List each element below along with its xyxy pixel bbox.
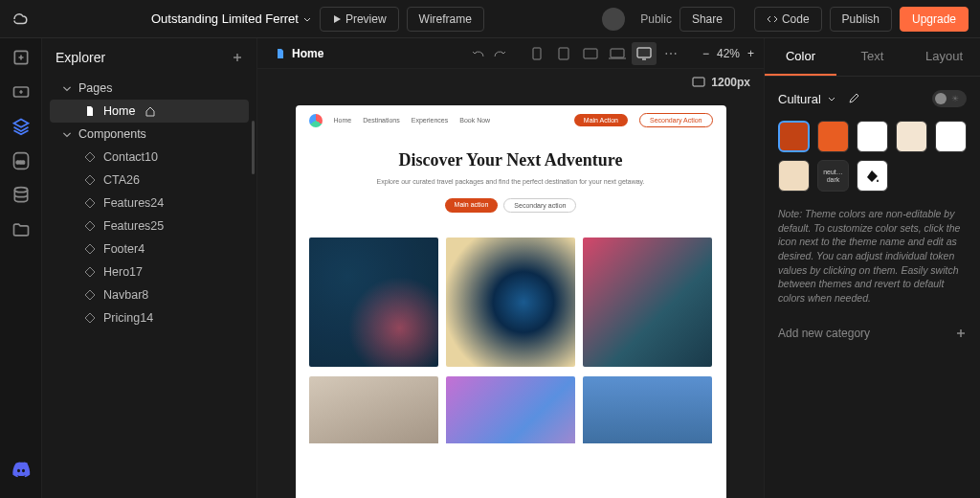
device-tablet-portrait[interactable] — [551, 42, 576, 65]
svg-rect-6 — [584, 49, 597, 58]
upgrade-button[interactable]: Upgrade — [900, 7, 969, 32]
component-item[interactable]: Navbar8 — [42, 283, 256, 306]
css-icon[interactable]: css — [11, 151, 31, 170]
hero-main-btn: Main action — [445, 198, 499, 213]
wireframe-button[interactable]: Wireframe — [407, 7, 484, 32]
pencil-icon[interactable] — [848, 93, 859, 104]
device-laptop[interactable] — [605, 42, 630, 65]
undo-icon[interactable] — [471, 47, 484, 60]
diamond-icon — [84, 266, 96, 278]
project-name-dropdown[interactable]: Outstanding Limited Ferret — [151, 11, 312, 26]
diamond-icon — [84, 312, 96, 324]
svg-rect-4 — [533, 48, 541, 59]
layers-icon[interactable] — [11, 117, 31, 136]
device-desktop[interactable] — [632, 42, 657, 65]
color-swatch[interactable] — [896, 121, 927, 152]
discord-icon[interactable] — [11, 460, 32, 481]
add-section-icon[interactable] — [11, 82, 31, 102]
project-name-label: Outstanding Limited Ferret — [151, 11, 299, 26]
zoom-out[interactable]: − — [702, 47, 709, 60]
device-more[interactable]: ⋯ — [658, 42, 683, 65]
zoom-in[interactable]: + — [747, 47, 754, 60]
tab-text[interactable]: Text — [836, 38, 908, 76]
device-mobile[interactable] — [524, 42, 549, 65]
component-item[interactable]: Pricing14 — [42, 306, 256, 329]
diamond-icon — [84, 220, 96, 232]
svg-rect-9 — [693, 78, 704, 86]
component-label: Navbar8 — [103, 288, 148, 302]
share-button[interactable]: Share — [679, 7, 735, 32]
redo-icon[interactable] — [494, 47, 507, 60]
code-button-label: Code — [782, 12, 810, 26]
color-swatch[interactable] — [857, 121, 888, 152]
component-item[interactable]: Hero17 — [42, 260, 256, 283]
gallery-tile — [446, 376, 575, 443]
theme-selector[interactable]: Cultural — [778, 92, 859, 106]
swatch-label: neut… — [823, 169, 843, 176]
neutral-dark-swatch[interactable]: neut… dark — [817, 160, 849, 192]
tab-color[interactable]: Color — [765, 38, 836, 76]
add-category-button[interactable]: Add new category — [765, 317, 980, 350]
theme-name-label: Cultural — [778, 92, 821, 106]
top-bar: Outstanding Limited Ferret Preview Wiref… — [0, 0, 980, 38]
right-panel: Color Text Layout Cultural ☀ neut… — [764, 38, 980, 498]
scrollbar[interactable] — [252, 121, 255, 174]
component-label: Contact10 — [103, 150, 158, 164]
plus-icon — [955, 328, 967, 339]
preview-nav: Home Destinations Experiences Book Now M… — [296, 105, 726, 135]
component-item[interactable]: CTA26 — [42, 169, 256, 192]
component-item[interactable]: Contact10 — [42, 146, 256, 169]
zoom-value: 42% — [717, 47, 740, 60]
component-item[interactable]: Footer4 — [42, 238, 256, 260]
preview-button[interactable]: Preview — [320, 7, 399, 32]
fill-tool-swatch[interactable] — [857, 160, 888, 192]
avatar[interactable] — [602, 8, 625, 31]
right-tabs: Color Text Layout — [765, 38, 980, 77]
publish-button[interactable]: Publish — [830, 7, 892, 32]
preview-gallery — [296, 228, 726, 367]
pages-group[interactable]: Pages — [42, 77, 256, 100]
svg-rect-7 — [611, 49, 624, 57]
color-swatch[interactable] — [778, 160, 810, 192]
component-item[interactable]: Features24 — [42, 192, 256, 215]
explorer-title: Explorer — [56, 50, 105, 65]
tab-layout[interactable]: Layout — [908, 38, 980, 76]
canvas-tab[interactable]: Home — [267, 43, 331, 64]
dark-mode-dot — [935, 93, 947, 104]
light-dark-toggle[interactable]: ☀ — [932, 90, 967, 107]
component-label: Pricing14 — [103, 311, 153, 325]
diamond-icon — [84, 197, 96, 209]
component-label: Hero17 — [103, 265, 143, 279]
add-icon[interactable] — [232, 52, 243, 63]
component-item[interactable]: Features25 — [42, 215, 256, 238]
code-button[interactable]: Code — [754, 7, 822, 32]
color-swatch[interactable] — [778, 121, 810, 152]
color-swatch[interactable] — [935, 121, 967, 152]
visibility-label: Public — [640, 12, 672, 26]
svg-point-3 — [14, 188, 27, 192]
chevron-down-icon — [61, 82, 73, 94]
chevron-down-icon — [61, 128, 73, 140]
preview-hero: Discover Your Next Adventure Explore our… — [296, 135, 726, 228]
website-preview[interactable]: Home Destinations Experiences Book Now M… — [296, 105, 726, 498]
nav-link: Home — [334, 117, 352, 124]
preview-button-label: Preview — [345, 12, 387, 26]
device-tablet-landscape[interactable] — [578, 42, 603, 65]
database-icon[interactable] — [11, 186, 31, 205]
nav-link: Destinations — [363, 117, 400, 124]
swatch-label: dark — [827, 176, 840, 184]
components-group[interactable]: Components — [42, 123, 256, 146]
nav-link: Book Now — [459, 117, 490, 124]
gallery-tile — [583, 376, 712, 443]
add-page-icon[interactable] — [11, 48, 31, 67]
paint-bucket-icon — [865, 169, 880, 184]
diamond-icon — [84, 151, 96, 163]
color-swatch[interactable] — [817, 121, 849, 152]
page-item-home[interactable]: Home — [50, 100, 249, 123]
hero-sec-btn: Secondary action — [503, 198, 576, 213]
hero-sub: Explore our curated travel packages and … — [324, 178, 698, 185]
explorer-panel: Explorer Pages Home Components Contact10… — [42, 38, 257, 498]
folder-icon[interactable] — [11, 220, 31, 239]
components-group-label: Components — [78, 127, 146, 141]
page-item-label: Home — [103, 104, 135, 118]
